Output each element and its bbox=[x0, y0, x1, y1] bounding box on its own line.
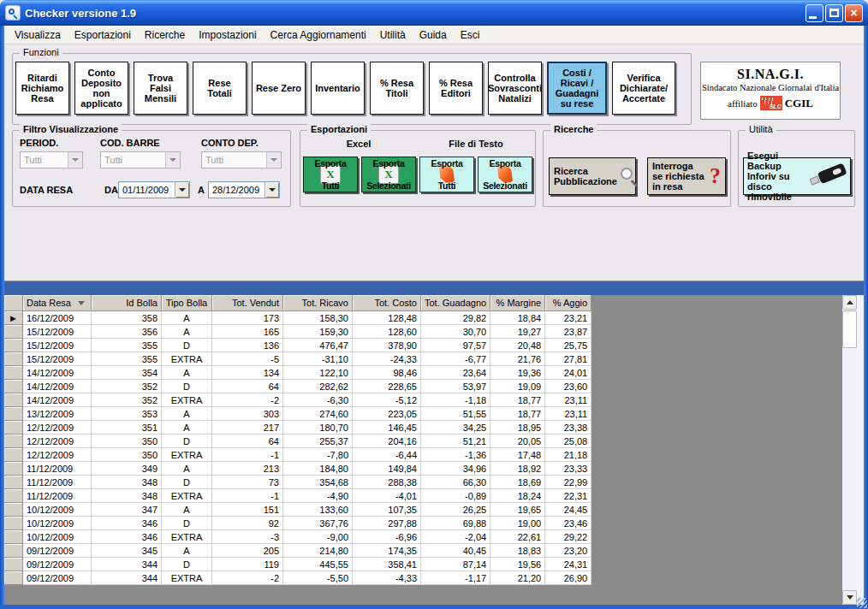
column-header-5[interactable]: Tot. Ricavo bbox=[283, 295, 353, 311]
cell: 136 bbox=[212, 339, 283, 352]
row-selector[interactable] bbox=[4, 339, 23, 352]
menu-item-impostazioni[interactable]: Impostazioni bbox=[192, 27, 263, 43]
cell: 40,45 bbox=[421, 544, 490, 558]
export-text-all-button[interactable]: Esporta Tutti bbox=[419, 157, 474, 192]
table-row[interactable]: 15/12/2009356A165159,30128,6030,7019,272… bbox=[4, 325, 592, 339]
ricerca-pubblicazione-button[interactable]: Ricerca Pubblicazione bbox=[549, 157, 636, 195]
row-selector[interactable] bbox=[4, 571, 23, 585]
function-button-controlla-sovrasconti[interactable]: Controlla Sovrasconti Natalizi bbox=[488, 62, 542, 115]
period-combo-arrow-icon[interactable] bbox=[68, 152, 82, 168]
close-button[interactable]: × bbox=[845, 4, 863, 22]
table-row[interactable]: 14/12/2009354A134122,1098,4623,6419,3624… bbox=[4, 366, 592, 380]
function-button-resa-editori[interactable]: % Resa Editori bbox=[429, 62, 483, 115]
date-to-arrow-icon[interactable] bbox=[265, 182, 279, 198]
row-selector[interactable] bbox=[4, 380, 23, 393]
maximize-button[interactable] bbox=[825, 4, 843, 22]
function-button-inventario[interactable]: Inventario bbox=[311, 62, 365, 115]
period-combobox[interactable]: Tutti bbox=[20, 151, 83, 169]
vertical-scrollbar[interactable] bbox=[842, 295, 857, 605]
row-selector[interactable] bbox=[4, 462, 23, 476]
resize-grip-icon[interactable] bbox=[857, 598, 867, 608]
scrollbar-up-button[interactable] bbox=[842, 295, 857, 310]
barcode-combobox[interactable]: Tutti bbox=[100, 151, 181, 169]
menu-item-esci[interactable]: Esci bbox=[454, 27, 487, 43]
function-button-rese-totali[interactable]: Rese Totali bbox=[193, 62, 247, 115]
app-icon bbox=[5, 5, 21, 21]
export-text-selected-button[interactable]: Esporta Selezionati bbox=[478, 157, 532, 192]
function-button-resa-titoli[interactable]: % Resa Titoli bbox=[370, 62, 424, 115]
table-row[interactable]: 10/12/2009346D92367,76297,8869,8819,0023… bbox=[4, 517, 592, 530]
column-header-7[interactable]: Tot. Guadagno bbox=[421, 295, 490, 311]
table-row[interactable]: 14/12/2009352D64282,62228,6553,9719,0923… bbox=[4, 380, 592, 393]
row-selector[interactable] bbox=[4, 530, 23, 544]
scrollbar-thumb[interactable] bbox=[842, 310, 857, 348]
column-header-4[interactable]: Tot. Vendut bbox=[212, 295, 283, 311]
date-from-picker[interactable]: 01/11/2009 bbox=[118, 181, 190, 198]
deposit-combobox[interactable]: Tutti bbox=[201, 151, 282, 169]
function-button-ritardi-richiamo-resa[interactable]: Ritardi Richiamo Resa bbox=[15, 62, 69, 115]
backup-button[interactable]: Esegui Backup Inforiv su disco rimovibil… bbox=[743, 157, 851, 195]
export-excel-all-button[interactable]: Esporta Tutti bbox=[303, 157, 358, 192]
column-header-9[interactable]: % Aggio bbox=[545, 295, 592, 311]
row-selector[interactable] bbox=[4, 489, 23, 503]
column-header-2[interactable]: Id Bolla bbox=[92, 295, 162, 311]
row-selector[interactable] bbox=[4, 366, 23, 380]
menu-item-utilita[interactable]: Utilità bbox=[373, 27, 413, 43]
table-row[interactable]: 09/12/2009345A205214,80174,3540,4518,832… bbox=[4, 544, 592, 558]
cell: 288,38 bbox=[353, 476, 421, 489]
row-selector[interactable] bbox=[4, 448, 23, 462]
row-selector[interactable] bbox=[4, 517, 23, 530]
function-button-verifica-dichiarate[interactable]: Verifica Dichiarate/ Accertate bbox=[612, 62, 675, 115]
row-selector[interactable] bbox=[4, 325, 23, 339]
table-row[interactable]: 12/12/2009351A217180,70146,4534,2518,952… bbox=[4, 421, 592, 435]
row-selector[interactable] bbox=[4, 352, 23, 366]
table-row[interactable]: 11/12/2009349A213184,80149,8434,9618,922… bbox=[4, 462, 592, 476]
table-row[interactable]: 12/12/2009350D64255,37204,1651,2120,0525… bbox=[4, 435, 592, 448]
row-selector[interactable] bbox=[4, 407, 23, 421]
row-selector[interactable] bbox=[4, 393, 23, 407]
table-row[interactable]: 13/12/2009353A303274,60223,0551,5518,772… bbox=[4, 407, 592, 421]
table-row[interactable]: 15/12/2009355D136476,47378,9097,5720,482… bbox=[4, 339, 592, 352]
row-selector[interactable] bbox=[4, 421, 23, 435]
function-button-costi-ricavi-guadagni[interactable]: Costi / Ricavi / Guadagni su rese bbox=[547, 62, 607, 115]
function-button-trova-falsi-mensili[interactable]: Trova Falsi Mensili bbox=[134, 62, 187, 115]
function-button-conto-deposito[interactable]: Conto Deposito non applicato bbox=[74, 62, 128, 115]
table-row[interactable]: 09/12/2009344EXTRA-2-5,50-4,33-1,1721,20… bbox=[4, 571, 592, 585]
menu-item-esportazioni[interactable]: Esportazioni bbox=[68, 27, 138, 43]
table-row[interactable]: 15/12/2009355EXTRA-5-31,10-24,33-6,7721,… bbox=[4, 352, 592, 366]
date-to-picker[interactable]: 28/12/2009 bbox=[208, 181, 280, 198]
column-header-8[interactable]: % Margine bbox=[490, 295, 545, 311]
row-selector[interactable] bbox=[4, 558, 23, 571]
barcode-combo-arrow-icon[interactable] bbox=[165, 152, 180, 168]
interroga-richiesta-button[interactable]: Interroga se richiesta in resa ? bbox=[647, 157, 726, 195]
column-header-6[interactable]: Tot. Costo bbox=[353, 295, 421, 311]
cell: 26,25 bbox=[421, 503, 490, 517]
deposit-combo-arrow-icon[interactable] bbox=[266, 152, 281, 168]
row-selector[interactable] bbox=[4, 476, 23, 489]
cell: 98,46 bbox=[353, 366, 421, 380]
export-excel-selected-button[interactable]: Esporta Selezionati bbox=[361, 157, 416, 192]
table-row[interactable]: 11/12/2009348EXTRA-1-4,90-4,01-0,8918,24… bbox=[4, 489, 592, 503]
row-selector[interactable] bbox=[4, 435, 23, 448]
minimize-button[interactable] bbox=[806, 4, 823, 22]
table-row[interactable]: 14/12/2009352EXTRA-2-6,30-5,12-1,1818,77… bbox=[4, 393, 592, 407]
table-row[interactable]: 12/12/2009350EXTRA-1-7,80-6,44-1,3617,48… bbox=[4, 448, 592, 462]
date-from-arrow-icon[interactable] bbox=[175, 182, 189, 198]
function-button-rese-zero[interactable]: Rese Zero bbox=[252, 62, 306, 115]
menu-item-visualizza[interactable]: Visualizza bbox=[8, 27, 68, 43]
table-row[interactable]: 10/12/2009347A151133,60107,3526,2519,652… bbox=[4, 503, 592, 517]
table-row[interactable]: ►16/12/2009358A173158,30128,4829,8218,84… bbox=[4, 311, 592, 325]
table-row[interactable]: 10/12/2009346EXTRA-3-9,00-6,96-2,0422,61… bbox=[4, 530, 592, 544]
menu-item-ricerche[interactable]: Ricerche bbox=[138, 27, 192, 43]
row-selector[interactable] bbox=[4, 503, 23, 517]
table-row[interactable]: 09/12/2009344D119445,55358,4187,1419,562… bbox=[4, 558, 592, 571]
menu-item-cerca-aggiornamenti[interactable]: Cerca Aggiornamenti bbox=[264, 27, 373, 43]
cell: 223,05 bbox=[353, 407, 421, 421]
menu-item-guida[interactable]: Guida bbox=[413, 27, 454, 43]
scrollbar-down-button[interactable] bbox=[842, 590, 857, 605]
column-header-3[interactable]: Tipo Bolla bbox=[162, 295, 212, 311]
table-row[interactable]: 11/12/2009348D73354,68288,3866,3018,6922… bbox=[4, 476, 592, 489]
column-header-1[interactable]: Data Resa bbox=[23, 295, 92, 311]
row-selector[interactable] bbox=[4, 544, 23, 558]
row-selector[interactable]: ► bbox=[4, 311, 23, 325]
